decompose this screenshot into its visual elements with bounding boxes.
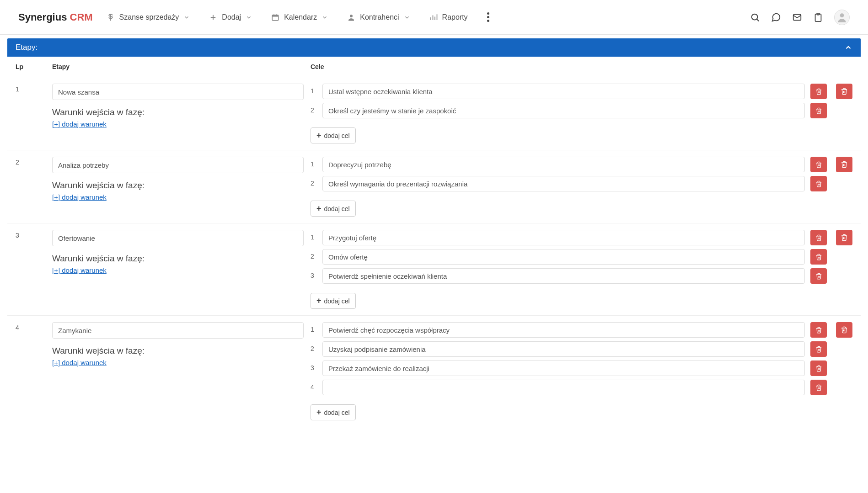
add-goal-button[interactable]: + dodaj cel xyxy=(311,404,356,420)
delete-goal-button[interactable] xyxy=(810,268,827,284)
trash-icon xyxy=(841,88,848,95)
nav-calendar[interactable]: Kalendarz xyxy=(271,13,328,21)
svg-point-3 xyxy=(752,14,758,20)
goal-input[interactable] xyxy=(322,157,805,172)
plus-icon xyxy=(209,13,217,21)
delete-stage-button[interactable] xyxy=(836,322,852,338)
user-avatar[interactable] xyxy=(834,10,850,25)
goal-input[interactable] xyxy=(322,360,805,376)
delete-goal-button[interactable] xyxy=(810,249,827,265)
svg-point-7 xyxy=(840,13,844,17)
chevron-up-icon xyxy=(844,43,852,52)
goal-number: 2 xyxy=(311,253,317,261)
column-header-cele: Cele xyxy=(311,63,852,70)
stage-number: 3 xyxy=(16,230,52,309)
goal-line: 1 xyxy=(311,157,827,172)
clipboard-icon[interactable] xyxy=(813,12,823,22)
delete-goal-button[interactable] xyxy=(810,322,827,338)
stage-name-input[interactable] xyxy=(52,157,304,173)
chevron-down-icon xyxy=(404,14,410,21)
add-condition-link[interactable]: [+] dodaj warunek xyxy=(52,193,107,201)
goal-input[interactable] xyxy=(322,249,805,265)
goal-number: 2 xyxy=(311,180,317,188)
goal-line: 2 xyxy=(311,341,827,357)
delete-stage-button[interactable] xyxy=(836,230,852,245)
trash-icon xyxy=(815,365,822,372)
panel-title: Etapy: xyxy=(16,43,38,52)
add-condition-link[interactable]: [+] dodaj warunek xyxy=(52,120,107,128)
nav-contacts[interactable]: Kontrahenci xyxy=(347,13,410,21)
goal-number: 3 xyxy=(311,272,317,280)
trash-icon xyxy=(815,107,822,114)
trash-icon xyxy=(815,327,822,334)
goal-line: 1 xyxy=(311,322,827,338)
goal-input[interactable] xyxy=(322,322,805,338)
delete-goal-button[interactable] xyxy=(810,176,827,191)
add-goal-label: dodaj cel xyxy=(324,205,350,212)
delete-goal-button[interactable] xyxy=(810,84,827,99)
nav-reports[interactable]: Raporty xyxy=(429,13,468,21)
entry-conditions-label: Warunki wejścia w fazę: xyxy=(52,254,311,264)
trash-icon xyxy=(841,326,848,334)
trash-icon xyxy=(815,346,822,353)
delete-goal-button[interactable] xyxy=(810,230,827,245)
goal-input[interactable] xyxy=(322,230,805,245)
delete-goal-button[interactable] xyxy=(810,360,827,376)
plus-icon: + xyxy=(316,296,321,306)
add-goal-button[interactable]: + dodaj cel xyxy=(311,201,356,217)
stage-name-input[interactable] xyxy=(52,230,304,246)
add-goal-button[interactable]: + dodaj cel xyxy=(311,293,356,309)
delete-goal-button[interactable] xyxy=(810,157,827,172)
delete-goal-button[interactable] xyxy=(810,103,827,118)
stage-row: 3 Warunki wejścia w fazę: [+] dodaj waru… xyxy=(7,223,861,316)
add-condition-link[interactable]: [+] dodaj warunek xyxy=(52,266,107,274)
top-navigation: Synergius CRM Szanse sprzedaży Dodaj xyxy=(0,0,868,35)
chevron-down-icon xyxy=(321,14,328,21)
add-goal-button[interactable]: + dodaj cel xyxy=(311,127,356,143)
goal-input[interactable] xyxy=(322,176,805,191)
svg-point-2 xyxy=(350,15,353,17)
goal-line: 1 xyxy=(311,84,827,99)
add-goal-label: dodaj cel xyxy=(324,297,350,305)
chevron-down-icon xyxy=(183,14,190,21)
goal-input[interactable] xyxy=(322,341,805,357)
calendar-icon xyxy=(271,13,279,21)
stage-name-input[interactable] xyxy=(52,84,304,100)
nav-sales-opportunities[interactable]: Szanse sprzedaży xyxy=(107,13,190,21)
trash-icon xyxy=(815,273,822,280)
goal-line: 2 xyxy=(311,103,827,118)
plus-icon: + xyxy=(316,131,321,140)
chevron-down-icon xyxy=(246,14,252,21)
nav-calendar-label: Kalendarz xyxy=(284,13,317,21)
stage-number: 1 xyxy=(16,84,52,143)
mail-icon[interactable] xyxy=(792,12,802,22)
entry-conditions-label: Warunki wejścia w fazę: xyxy=(52,180,311,191)
delete-goal-button[interactable] xyxy=(810,380,827,395)
delete-stage-button[interactable] xyxy=(836,84,852,99)
trash-icon xyxy=(841,161,848,168)
goal-input[interactable] xyxy=(322,84,805,99)
column-header-etapy: Etapy xyxy=(52,63,311,70)
nav-add[interactable]: Dodaj xyxy=(209,13,252,21)
goal-input[interactable] xyxy=(322,268,805,284)
search-icon[interactable] xyxy=(750,12,760,22)
delete-goal-button[interactable] xyxy=(810,341,827,357)
trash-icon xyxy=(815,88,822,95)
add-goal-label: dodaj cel xyxy=(324,132,350,139)
panel-header-stages[interactable]: Etapy: xyxy=(7,38,861,57)
goal-number: 1 xyxy=(311,160,317,169)
goal-input[interactable] xyxy=(322,380,805,395)
trash-icon xyxy=(815,384,822,391)
trash-icon xyxy=(815,254,822,260)
add-condition-link[interactable]: [+] dodaj warunek xyxy=(52,359,107,366)
stage-name-input[interactable] xyxy=(52,322,304,339)
table-header: Lp Etapy Cele xyxy=(7,57,861,77)
goal-number: 1 xyxy=(311,233,317,242)
delete-stage-button[interactable] xyxy=(836,157,852,172)
chat-icon[interactable] xyxy=(771,12,781,22)
stage-row: 2 Warunki wejścia w fazę: [+] dodaj waru… xyxy=(7,150,861,223)
goal-input[interactable] xyxy=(322,103,805,118)
trash-icon xyxy=(841,234,848,241)
nav-more[interactable] xyxy=(487,12,489,22)
goal-line: 1 xyxy=(311,230,827,245)
